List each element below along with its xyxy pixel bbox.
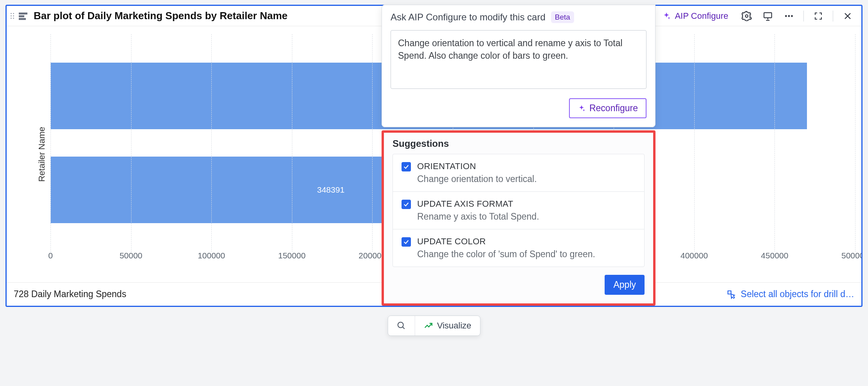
apply-button[interactable]: Apply	[605, 275, 645, 295]
svg-point-5	[746, 14, 748, 17]
visualize-label: Visualize	[437, 321, 472, 331]
svg-point-10	[788, 15, 790, 17]
x-tick: 150000	[278, 251, 306, 260]
visualize-button[interactable]: Visualize	[415, 316, 480, 335]
more-button[interactable]	[782, 9, 796, 23]
x-tick: 0	[48, 251, 53, 260]
more-horizontal-icon	[784, 11, 794, 21]
fullscreen-button[interactable]	[811, 9, 826, 23]
suggestions-heading: Suggestions	[393, 138, 645, 149]
sparkle-icon	[578, 105, 585, 112]
x-tick: 450000	[761, 251, 788, 260]
card-title: Bar plot of Daily Marketing Spends by Re…	[34, 10, 288, 22]
sparkle-icon	[662, 12, 671, 20]
x-tick: 500000	[841, 251, 863, 260]
bar-chart-icon	[19, 12, 29, 20]
svg-rect-6	[764, 13, 772, 18]
suggestion-desc: Rename y axis to Total Spend.	[417, 211, 539, 222]
suggestion-checkbox[interactable]	[402, 162, 411, 171]
gridline	[131, 34, 131, 252]
x-tick: 100000	[198, 251, 225, 260]
aip-configure-button[interactable]: AIP Configure	[657, 9, 733, 23]
reconfigure-button[interactable]: Reconfigure	[569, 98, 646, 118]
aip-panel-title: Ask AIP Configure to modify this card	[391, 12, 546, 23]
gridline	[211, 34, 212, 252]
gridline	[855, 34, 855, 252]
svg-rect-2	[19, 13, 27, 14]
aip-panel: Ask AIP Configure to modify this card Be…	[382, 5, 656, 306]
close-icon	[843, 11, 852, 21]
svg-point-11	[791, 15, 793, 17]
beta-badge: Beta	[551, 11, 574, 23]
suggestion-checkbox[interactable]	[402, 200, 411, 209]
check-icon	[403, 239, 409, 245]
cursor-select-icon	[727, 290, 736, 299]
suggestion-item: ORIENTATIONChange orientation to vertica…	[393, 154, 644, 192]
reconfigure-label: Reconfigure	[589, 103, 638, 114]
bar-value-label: 348391	[317, 185, 344, 195]
gear-icon	[742, 11, 752, 21]
gridline	[372, 34, 373, 252]
settings-button[interactable]	[739, 9, 754, 23]
aip-suggestions-section: Suggestions ORIENTATIONChange orientatio…	[382, 130, 656, 306]
presentation-icon	[763, 11, 773, 21]
suggestion-desc: Change orientation to vertical.	[417, 174, 537, 184]
drill-down-link[interactable]: Select all objects for drill d…	[727, 289, 854, 299]
check-icon	[403, 164, 409, 170]
svg-point-9	[785, 15, 787, 17]
present-button[interactable]	[760, 9, 775, 23]
aip-configure-label: AIP Configure	[675, 11, 728, 21]
svg-line-1	[403, 327, 405, 329]
drill-down-label: Select all objects for drill d…	[741, 289, 854, 299]
gridline	[292, 34, 292, 252]
divider	[803, 11, 804, 22]
suggestion-head: UPDATE COLOR	[417, 236, 595, 247]
gridline	[50, 34, 51, 252]
check-icon	[403, 201, 409, 207]
suggestion-item: UPDATE AXIS FORMATRename y axis to Total…	[393, 192, 644, 229]
fullscreen-icon	[814, 11, 823, 21]
svg-rect-3	[19, 15, 24, 17]
suggestion-checkbox[interactable]	[402, 237, 411, 247]
search-icon	[397, 321, 406, 330]
suggestion-desc: Change the color of 'sum of Spend' to gr…	[417, 249, 595, 260]
svg-rect-14	[728, 291, 731, 294]
gridline	[774, 34, 775, 252]
footer-record-count: 728 Daily Marketing Spends	[14, 289, 126, 299]
close-button[interactable]	[840, 9, 855, 23]
chart-line-up-icon	[424, 321, 433, 330]
suggestion-head: UPDATE AXIS FORMAT	[417, 199, 539, 209]
x-tick: 50000	[119, 251, 142, 260]
svg-point-0	[398, 322, 403, 328]
aip-prompt-input[interactable]	[391, 30, 646, 89]
suggestions-list: ORIENTATIONChange orientation to vertica…	[393, 154, 645, 267]
aip-panel-prompt-section: Ask AIP Configure to modify this card Be…	[382, 5, 656, 127]
x-tick: 400000	[681, 251, 708, 260]
svg-rect-4	[19, 18, 26, 20]
drag-handle-icon[interactable]	[10, 11, 15, 20]
suggestion-head: ORIENTATION	[417, 161, 537, 171]
suggestion-item: UPDATE COLORChange the color of 'sum of …	[393, 229, 644, 267]
divider	[833, 11, 833, 22]
search-button[interactable]	[388, 316, 415, 335]
gridline	[694, 34, 695, 252]
bottom-toolbar: Visualize	[388, 316, 481, 336]
